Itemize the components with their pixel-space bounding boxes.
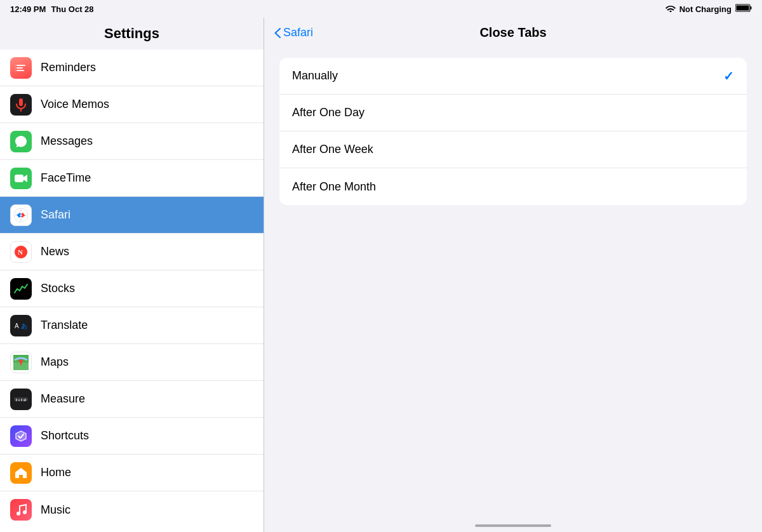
svg-text:あ: あ [21, 323, 27, 329]
option-after-one-day-label: After One Day [292, 106, 364, 119]
sidebar-item-facetime[interactable]: FaceTime [0, 160, 264, 197]
svg-point-14 [20, 214, 22, 216]
translate-label: Translate [41, 319, 88, 332]
svg-rect-9 [19, 98, 23, 106]
measure-icon [10, 389, 32, 410]
svg-rect-2 [737, 6, 749, 11]
shortcuts-label: Shortcuts [41, 429, 89, 442]
svg-rect-4 [17, 67, 23, 69]
home-indicator [475, 524, 551, 527]
back-button[interactable]: Safari [274, 26, 313, 39]
close-tabs-options: Manually✓After One DayAfter One WeekAfte… [279, 58, 747, 205]
maps-label: Maps [41, 356, 69, 369]
option-after-one-day[interactable]: After One Day [279, 95, 747, 131]
svg-rect-5 [17, 70, 24, 71]
sidebar-item-shortcuts[interactable]: Shortcuts [0, 418, 264, 455]
reminders-label: Reminders [41, 61, 96, 74]
svg-point-30 [23, 510, 27, 514]
safari-label: Safari [41, 208, 70, 222]
detail-title: Close Tabs [479, 25, 546, 40]
option-after-one-week-label: After One Week [292, 143, 373, 156]
translate-icon: A あ [10, 315, 32, 336]
sidebar-item-translate[interactable]: A あ Translate [0, 307, 264, 344]
music-icon [10, 499, 32, 521]
detail-panel: Safari Close Tabs Manually✓After One Day… [264, 18, 762, 532]
facetime-label: FaceTime [41, 171, 91, 185]
maps-icon [10, 352, 32, 373]
facetime-icon [10, 168, 32, 189]
settings-panel: Settings Reminders Voice Memos Messages … [0, 18, 264, 532]
sidebar-item-news[interactable]: N News [0, 234, 264, 270]
svg-point-8 [15, 70, 17, 71]
svg-rect-1 [751, 6, 752, 10]
status-time: 12:49 PM [10, 4, 46, 14]
status-date: Thu Oct 28 [51, 4, 93, 14]
news-icon: N [10, 241, 32, 263]
home-icon [10, 462, 32, 484]
news-label: News [41, 245, 69, 258]
messages-label: Messages [41, 135, 93, 148]
svg-text:A: A [15, 323, 19, 329]
detail-content: Manually✓After One DayAfter One WeekAfte… [264, 48, 762, 532]
detail-header: Safari Close Tabs [264, 18, 762, 48]
option-manually[interactable]: Manually✓ [279, 58, 747, 95]
measure-label: Measure [41, 392, 85, 406]
status-bar: 12:49 PM Thu Oct 28 Not Charging [0, 0, 762, 18]
stocks-icon [10, 278, 32, 300]
sidebar-item-measure[interactable]: Measure [0, 381, 264, 418]
sidebar-item-messages[interactable]: Messages [0, 123, 264, 160]
svg-point-7 [15, 67, 17, 69]
reminders-icon [10, 57, 32, 79]
option-manually-checkmark: ✓ [723, 69, 734, 84]
svg-rect-11 [15, 175, 23, 182]
voicememos-label: Voice Memos [41, 98, 109, 111]
back-label: Safari [283, 26, 313, 39]
settings-header: Settings [0, 18, 264, 50]
svg-point-29 [17, 512, 20, 515]
safari-icon [10, 204, 32, 226]
svg-rect-28 [20, 475, 22, 478]
svg-rect-22 [14, 397, 28, 401]
sidebar-item-maps[interactable]: Maps [0, 344, 264, 381]
option-manually-label: Manually [292, 69, 338, 83]
sidebar-item-safari[interactable]: Safari [0, 197, 264, 234]
svg-point-6 [15, 65, 17, 66]
stocks-label: Stocks [41, 282, 75, 295]
sidebar-item-music[interactable]: Music [0, 491, 264, 528]
sidebar-item-voicememos[interactable]: Voice Memos [0, 86, 264, 123]
status-bar-right: Not Charging [665, 4, 752, 14]
option-after-one-month-label: After One Month [292, 180, 376, 194]
shortcuts-icon [10, 425, 32, 447]
battery-status: Not Charging [679, 4, 732, 14]
battery-icon [735, 4, 752, 14]
settings-list: Reminders Voice Memos Messages FaceTime … [0, 50, 264, 532]
option-after-one-week[interactable]: After One Week [279, 131, 747, 168]
home-label: Home [41, 466, 71, 479]
sidebar-item-stocks[interactable]: Stocks [0, 270, 264, 307]
messages-icon [10, 131, 32, 152]
wifi-icon [665, 4, 676, 14]
sidebar-item-reminders[interactable]: Reminders [0, 50, 264, 86]
option-after-one-month[interactable]: After One Month [279, 168, 747, 205]
settings-title: Settings [10, 25, 253, 42]
voicememos-icon [10, 94, 32, 116]
svg-text:N: N [18, 248, 23, 256]
status-bar-left: 12:49 PM Thu Oct 28 [10, 4, 94, 14]
sidebar-item-home[interactable]: Home [0, 455, 264, 491]
svg-rect-3 [17, 65, 25, 66]
music-label: Music [41, 503, 70, 517]
main-content: Settings Reminders Voice Memos Messages … [0, 18, 762, 532]
